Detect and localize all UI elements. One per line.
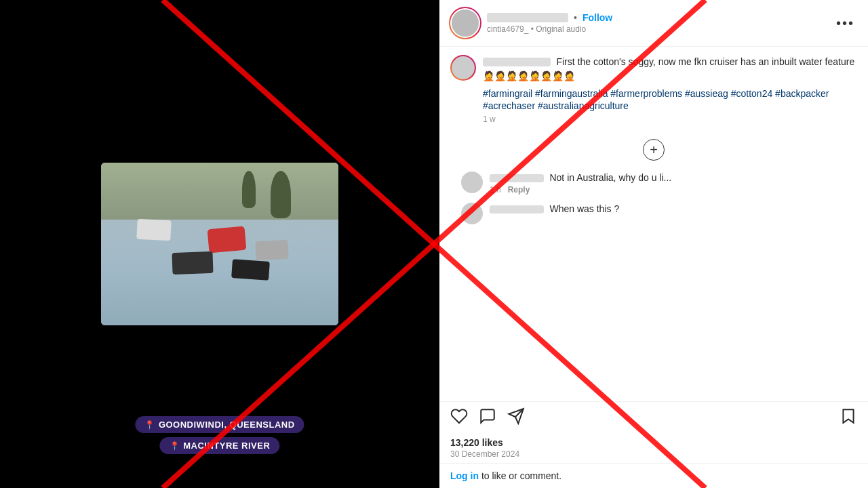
- header-info: • Follow cintia4679_ • Original audio: [487, 12, 827, 34]
- save-button[interactable]: [840, 407, 857, 429]
- login-link[interactable]: Log in: [450, 470, 479, 481]
- avatar-inner: [450, 8, 480, 38]
- location-tag-2[interactable]: 📍 MACINTYRE RIVER: [160, 437, 280, 454]
- tree-decoration: [271, 171, 291, 218]
- caption-item: First the cotton's soggy, now me fkn cru…: [450, 55, 857, 124]
- post-avatar-wrapper: [450, 8, 480, 38]
- post-header: • Follow cintia4679_ • Original audio ••…: [439, 0, 868, 47]
- login-bar: Log in to like or comment.: [439, 463, 868, 488]
- username-blurred: [487, 13, 568, 22]
- video-panel: 📍 GOONDIWINDI, QUEENSLAND 📍 MACINTYRE RI…: [0, 0, 439, 488]
- username-row: • Follow: [487, 12, 827, 23]
- comment-text-1: Not in Australia, why do u li...: [549, 172, 671, 183]
- location-tag-1[interactable]: 📍 GOONDIWINDI, QUEENSLAND: [135, 416, 304, 433]
- video-frame[interactable]: [101, 163, 338, 325]
- login-suffix: to like or comment.: [479, 470, 561, 481]
- car-dark2: [231, 259, 270, 281]
- instagram-post-panel: • Follow cintia4679_ • Original audio ••…: [439, 0, 868, 488]
- pin-icon-2: 📍: [170, 441, 180, 451]
- comment-button[interactable]: [479, 407, 496, 429]
- comments-section: Not in Australia, why do u li... 1 h Rep…: [450, 171, 857, 224]
- more-options-button[interactable]: •••: [833, 16, 857, 31]
- car-red: [207, 226, 246, 253]
- sub-info: cintia4679_ • Original audio: [487, 24, 827, 34]
- caption-avatar: [452, 56, 475, 79]
- post-content: First the cotton's soggy, now me fkn cru…: [439, 47, 868, 401]
- avatar-ring: [449, 7, 481, 39]
- car-dark1: [172, 251, 213, 274]
- comment-time-1: 1 h: [490, 185, 501, 195]
- location-label-2: MACINTYRE RIVER: [183, 441, 270, 451]
- comment-avatar-2: [461, 203, 483, 224]
- car-grey: [255, 240, 288, 260]
- comment-user-blur-2: [490, 205, 544, 214]
- follow-button[interactable]: Follow: [583, 12, 612, 23]
- caption-avatar-ring: [450, 55, 476, 81]
- comment-content-1: Not in Australia, why do u li... 1 h Rep…: [490, 171, 846, 195]
- comment-content-2: When was this ?: [490, 203, 846, 215]
- post-meta: 13,220 likes 30 December 2024: [439, 434, 868, 463]
- tree2: [242, 171, 256, 208]
- load-more-container: +: [450, 132, 857, 167]
- location-tags: 📍 GOONDIWINDI, QUEENSLAND 📍 MACINTYRE RI…: [135, 416, 304, 454]
- comment-avatar-1: [461, 171, 483, 193]
- caption-username-blur: [483, 58, 551, 66]
- car-white: [136, 219, 172, 241]
- reply-link-1[interactable]: Reply: [508, 185, 530, 195]
- caption-time: 1 w: [483, 115, 857, 124]
- hashtags: #farmingrail #farmingaustralia #farmerpr…: [483, 87, 857, 112]
- share-button[interactable]: [507, 407, 525, 429]
- reply-row-1: 1 h Reply: [490, 185, 846, 195]
- comment-row-2: When was this ?: [461, 203, 846, 224]
- load-more-button[interactable]: +: [643, 139, 665, 161]
- caption-body: First the cotton's soggy, now me fkn cru…: [483, 55, 857, 124]
- hashtag-text: #farmingrail #farmingaustralia #farmerpr…: [483, 88, 829, 111]
- dot-separator: •: [574, 12, 577, 23]
- like-button[interactable]: [450, 407, 468, 429]
- likes-count: 13,220 likes: [450, 437, 857, 448]
- action-bar: [439, 401, 868, 434]
- comment-text-2: When was this ?: [549, 203, 619, 214]
- pin-icon-1: 📍: [144, 420, 155, 430]
- flood-scene: [101, 163, 338, 325]
- post-date: 30 December 2024: [450, 449, 857, 459]
- comment-user-blur-1: [490, 174, 544, 182]
- location-label-1: GOONDIWINDI, QUEENSLAND: [159, 420, 295, 430]
- svg-marker-2: [843, 409, 853, 423]
- comment-row-1: Not in Australia, why do u li... 1 h Rep…: [461, 171, 846, 195]
- avatar-circle: [452, 9, 479, 37]
